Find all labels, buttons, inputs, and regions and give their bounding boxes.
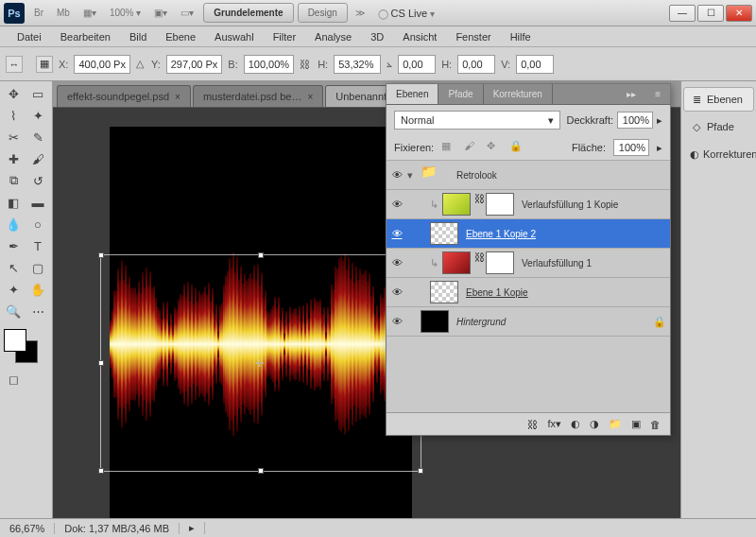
link-icon[interactable]: ⛓ (474, 251, 482, 274)
opacity-input[interactable] (617, 112, 653, 129)
workspace-design[interactable]: Design (298, 3, 348, 23)
shape-tool[interactable]: ▢ (26, 257, 49, 278)
mask-thumb[interactable] (486, 193, 514, 216)
close-icon[interactable]: × (175, 92, 180, 102)
screenmode-btn[interactable]: ▭▾ (175, 4, 199, 22)
blur-tool[interactable]: 💧 (2, 214, 25, 234)
blendmode-select[interactable]: Normal▾ (394, 111, 560, 130)
new-layer-icon[interactable]: ▣ (631, 418, 641, 430)
stamp-tool[interactable]: ⧉ (2, 170, 25, 191)
quickmask-btn[interactable]: ◻ (2, 369, 25, 390)
dodge-tool[interactable]: ○ (26, 214, 49, 234)
zoom-readout[interactable]: 100% ▾ (104, 4, 146, 22)
panel-btn-pfade[interactable]: ◇Pfade (683, 114, 754, 139)
menu-datei[interactable]: Datei (8, 28, 51, 45)
layer-thumb[interactable] (430, 281, 458, 303)
link-icon[interactable]: ⛓ (474, 193, 482, 216)
visibility-icon[interactable]: 👁 (390, 316, 404, 327)
doc-info[interactable]: Dok: 1,37 MB/3,46 MB (55, 523, 180, 534)
pen-tool[interactable]: ✒ (2, 235, 25, 256)
lasso-tool[interactable]: ⌇ (2, 105, 25, 126)
tab-pfade[interactable]: Pfade (438, 84, 483, 104)
mask-thumb[interactable] (486, 251, 514, 274)
handle-tl[interactable] (98, 252, 104, 258)
minimize-btn[interactable]: — (669, 5, 696, 22)
marquee-tool[interactable]: ▭ (26, 83, 49, 104)
lock-move-icon[interactable]: ✥ (487, 140, 502, 155)
panel-menu-icon[interactable]: ≡ (645, 84, 670, 104)
handle-bc[interactable] (258, 468, 264, 474)
3d-tool[interactable]: ✦ (2, 279, 25, 300)
delta-icon[interactable]: △ (136, 58, 144, 70)
heal-tool[interactable]: ✚ (2, 148, 25, 169)
menu-fenster[interactable]: Fenster (446, 28, 500, 45)
layer-ebene1kopie2[interactable]: 👁 Ebene 1 Kopie 2 (387, 219, 670, 249)
zoom-tool[interactable]: 🔍 (2, 301, 25, 321)
menu-bild[interactable]: Bild (120, 28, 156, 45)
type-tool[interactable]: T (26, 235, 49, 256)
history-tool[interactable]: ↺ (26, 170, 49, 191)
panel-btn-ebenen[interactable]: ≣Ebenen (683, 87, 754, 112)
hskew-field[interactable]: 0,00 (457, 55, 495, 74)
misc-tool[interactable]: ⋯ (26, 301, 49, 321)
tool-preset-icon[interactable]: ↔ (6, 56, 23, 73)
vskew-field[interactable]: 0,00 (516, 55, 554, 74)
bridge-btn[interactable]: Br (28, 4, 49, 22)
menu-3d[interactable]: 3D (361, 28, 393, 45)
lock-trans-icon[interactable]: ▦ (441, 140, 456, 155)
minibridge-btn[interactable]: Mb (51, 4, 76, 22)
menu-analyse[interactable]: Analyse (305, 28, 361, 45)
layer-fill-1kopie[interactable]: 👁 ↳ ⛓ Verlaufsfüllung 1 Kopie (387, 190, 670, 219)
disclosure-icon[interactable]: ▾ (407, 169, 417, 182)
maximize-btn[interactable]: ☐ (697, 5, 724, 22)
cslive-btn[interactable]: ◯ CS Live ▾ (372, 4, 440, 23)
chevron-icon[interactable]: ▸ (657, 142, 662, 154)
visibility-icon[interactable]: 👁 (390, 228, 404, 239)
panel-btn-korrekturen[interactable]: ◐Korrekturen (683, 142, 754, 166)
workspace-grundelemente[interactable]: Grundelemente (203, 3, 293, 23)
color-swatch[interactable] (2, 327, 40, 365)
handle-bl[interactable] (98, 468, 104, 474)
tab-ebenen[interactable]: Ebenen (387, 84, 438, 104)
lock-all-icon[interactable]: 🔒 (509, 140, 524, 155)
visibility-icon[interactable]: 👁 (390, 199, 404, 210)
tab-korrekturen[interactable]: Korrekturen (484, 84, 553, 104)
eraser-tool[interactable]: ◧ (2, 192, 25, 213)
layer-hintergrund[interactable]: 👁 Hintergrund 🔒 (387, 307, 670, 337)
viewmode-btn[interactable]: ▦▾ (77, 4, 102, 22)
h-field[interactable]: 53,32% (334, 55, 381, 74)
adjust-icon[interactable]: ◑ (590, 418, 599, 430)
arrange-btn[interactable]: ▣▾ (148, 4, 173, 22)
lock-paint-icon[interactable]: 🖌 (464, 140, 479, 155)
close-icon[interactable]: × (307, 92, 313, 102)
w-field[interactable]: 100,00% (244, 55, 294, 74)
visibility-icon[interactable]: 👁 (390, 286, 404, 298)
link-icon[interactable]: ⛓ (300, 59, 310, 70)
doctab-0[interactable]: effekt-soundpegel.psd× (57, 85, 191, 107)
x-field[interactable]: 400,00 Px (74, 55, 130, 74)
refpoint-icon[interactable]: ▦ (36, 56, 53, 73)
zoom-readout[interactable]: 66,67% (0, 523, 55, 534)
visibility-icon[interactable]: 👁 (390, 257, 404, 268)
menu-bearbeiten[interactable]: Bearbeiten (51, 28, 120, 45)
handle-tc[interactable] (258, 252, 264, 258)
move-tool[interactable]: ✥ (2, 83, 25, 104)
fx-icon[interactable]: fx▾ (547, 418, 561, 430)
path-tool[interactable]: ↖ (2, 257, 25, 278)
visibility-icon[interactable]: 👁 (390, 169, 404, 181)
menu-ansicht[interactable]: Ansicht (393, 28, 446, 45)
delete-icon[interactable]: 🗑 (650, 419, 661, 430)
mask-icon[interactable]: ◐ (571, 418, 580, 430)
status-more[interactable]: ▸ (180, 522, 205, 534)
handle-ml[interactable] (98, 360, 104, 366)
layer-thumb[interactable] (442, 193, 471, 216)
workspace-more[interactable]: ≫ (350, 4, 370, 22)
doctab-1[interactable]: musterdatei.psd be…× (193, 85, 323, 107)
layer-fill-1[interactable]: 👁 ↳ ⛓ Verlaufsfüllung 1 (387, 249, 670, 278)
layer-ebene1kopie[interactable]: 👁 Ebene 1 Kopie (387, 278, 670, 307)
link-layers-icon[interactable]: ⛓ (527, 419, 538, 430)
crop-tool[interactable]: ✂ (2, 127, 25, 147)
close-btn[interactable]: ✕ (726, 5, 752, 22)
panel-collapse-icon[interactable]: ▸▸ (617, 84, 645, 104)
layer-group-retrolook[interactable]: 👁 ▾ 📁 Retrolook (387, 161, 670, 190)
